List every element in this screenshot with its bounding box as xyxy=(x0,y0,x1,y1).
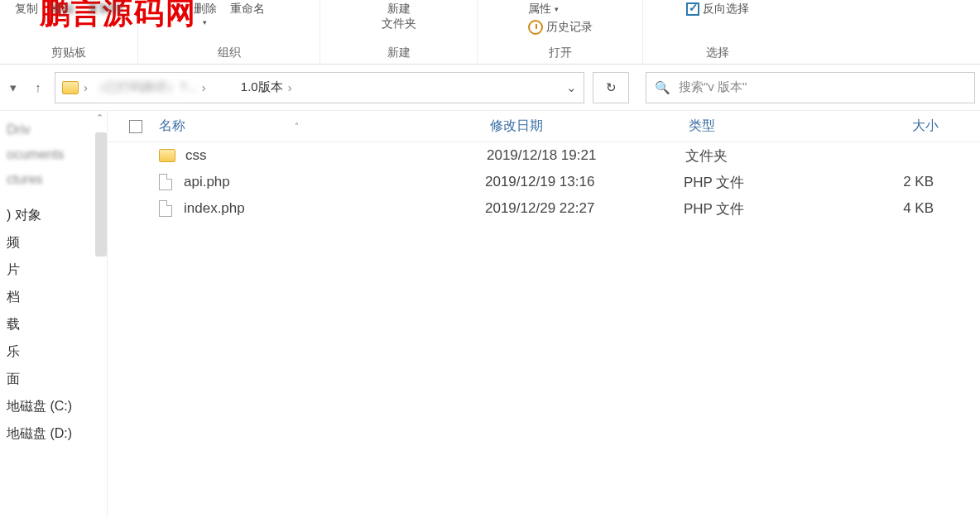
invert-selection-button[interactable]: 反向选择 xyxy=(686,2,749,17)
search-input[interactable]: 🔍 搜索"v 版本" xyxy=(646,72,975,103)
paste-button[interactable]: 粘贴 xyxy=(51,2,74,17)
history-icon xyxy=(528,20,543,35)
delete-button[interactable]: 删除 ▾ xyxy=(194,2,217,26)
chevron-right-icon: › xyxy=(202,80,206,94)
file-size: 2 KB xyxy=(849,174,949,190)
col-size[interactable]: 大小 xyxy=(854,118,954,135)
file-icon xyxy=(159,200,172,217)
search-placeholder: 搜索"v 版本" xyxy=(679,79,747,95)
folder-icon xyxy=(62,81,79,94)
file-row[interactable]: api.php2019/12/19 13:16PHP 文件2 KB xyxy=(108,169,980,195)
copy-button[interactable]: 复制 xyxy=(15,2,38,17)
select-all-checkbox[interactable] xyxy=(129,120,142,133)
folder-icon xyxy=(159,149,175,162)
refresh-button[interactable]: ↻ xyxy=(593,72,629,103)
file-list: 名称 ˄ 修改日期 类型 大小 css2019/12/18 19:21文件夹ap… xyxy=(108,111,980,518)
ribbon-label-open: 打开 xyxy=(549,46,572,64)
sidebar-item[interactable] xyxy=(0,192,107,202)
sidebar-item[interactable]: Driv xyxy=(0,118,107,142)
ribbon-label-organize: 组织 xyxy=(218,46,241,64)
chevron-right-icon: › xyxy=(288,80,292,94)
sidebar-item[interactable]: 片 xyxy=(0,257,107,284)
search-icon: 🔍 xyxy=(655,80,670,95)
main-area: ⌃ Drivocumentsctures) 对象频片档载乐面地磁盘 (C:)地磁… xyxy=(0,111,980,518)
col-name[interactable]: 名称 xyxy=(159,118,185,135)
col-date[interactable]: 修改日期 xyxy=(490,118,689,135)
column-headers: 名称 ˄ 修改日期 类型 大小 xyxy=(108,111,980,142)
ribbon-group-open: 属性 ▾ 历史记录 打开 xyxy=(478,0,643,64)
rename-label: 重命名 xyxy=(230,2,265,17)
sidebar-scrollbar[interactable] xyxy=(95,132,107,257)
file-date: 2019/12/19 13:16 xyxy=(485,174,684,190)
file-name: index.php xyxy=(184,200,485,217)
breadcrumb-obscured[interactable]: （已打码路径）?... xyxy=(93,79,197,95)
file-icon xyxy=(159,174,172,190)
sidebar-item[interactable]: 档 xyxy=(0,284,107,311)
ribbon-group-select: 反向选择 选择 xyxy=(643,0,792,64)
address-dropdown-icon[interactable]: ⌄ xyxy=(566,80,577,95)
delete-label: 删除 xyxy=(194,2,217,17)
file-name: api.php xyxy=(184,174,485,190)
sidebar-item[interactable]: 面 xyxy=(0,366,107,393)
sidebar-item[interactable]: 频 xyxy=(0,229,107,257)
sidebar-item[interactable]: 载 xyxy=(0,311,107,338)
file-date: 2019/12/18 19:21 xyxy=(487,147,685,164)
sidebar-item[interactable]: ctures xyxy=(0,167,107,192)
sort-indicator-icon: ˄ xyxy=(295,122,299,131)
ribbon-label-clipboard: 剪贴板 xyxy=(51,46,86,64)
ribbon-label-select: 选择 xyxy=(706,46,729,64)
ribbon-group-new: 新建 文件夹 新建 xyxy=(320,0,478,64)
ribbon-group-clipboard: 复制 粘贴 复制到 剪贴板 xyxy=(0,0,138,64)
file-row[interactable]: css2019/12/18 19:21文件夹 xyxy=(108,142,980,169)
sidebar-item[interactable]: ocuments xyxy=(0,142,107,167)
file-date: 2019/12/29 22:27 xyxy=(485,200,684,217)
new-folder-button[interactable]: 新建 文件夹 xyxy=(382,2,416,31)
copy-to-button[interactable]: 复制到 xyxy=(88,2,122,17)
sidebar-item[interactable]: ) 对象 xyxy=(0,202,107,229)
breadcrumb-part[interactable] xyxy=(211,79,236,95)
address-bar[interactable]: › （已打码路径）?... › 1.0版本 › ⌄ xyxy=(55,72,584,103)
file-size: 4 KB xyxy=(849,200,949,217)
file-type: PHP 文件 xyxy=(684,199,849,218)
ribbon: 鹏言源码网 复制 粘贴 复制到 剪贴板 删除 ▾ 重命名 组织 新建 文件夹 新… xyxy=(0,0,980,65)
invert-icon xyxy=(686,2,699,16)
properties-button[interactable]: 属性 ▾ xyxy=(528,2,559,17)
sidebar: ⌃ Drivocumentsctures) 对象频片档载乐面地磁盘 (C:)地磁… xyxy=(0,111,108,518)
file-type: PHP 文件 xyxy=(684,173,849,192)
breadcrumb-part[interactable]: 1.0版本 xyxy=(241,79,283,95)
ribbon-label-new: 新建 xyxy=(387,46,411,64)
col-type[interactable]: 类型 xyxy=(689,118,854,135)
file-type: 文件夹 xyxy=(685,146,851,165)
ribbon-group-organize: 删除 ▾ 重命名 组织 xyxy=(138,0,320,64)
chevron-right-icon: › xyxy=(84,80,88,94)
sidebar-item[interactable]: 地磁盘 (D:) xyxy=(0,420,107,448)
file-name: css xyxy=(185,147,487,164)
nav-dropdown-icon[interactable]: ▾ xyxy=(5,79,22,96)
file-row[interactable]: index.php2019/12/29 22:27PHP 文件4 KB xyxy=(108,195,980,222)
rename-button[interactable]: 重命名 xyxy=(230,2,265,17)
history-button[interactable]: 历史记录 xyxy=(528,20,593,35)
nav-up-icon[interactable]: ↑ xyxy=(30,79,46,96)
sidebar-item[interactable]: 乐 xyxy=(0,338,107,366)
sidebar-item[interactable]: 地磁盘 (C:) xyxy=(0,393,107,420)
address-bar-row: ▾ ↑ › （已打码路径）?... › 1.0版本 › ⌄ ↻ 🔍 搜索"v 版… xyxy=(0,65,980,111)
